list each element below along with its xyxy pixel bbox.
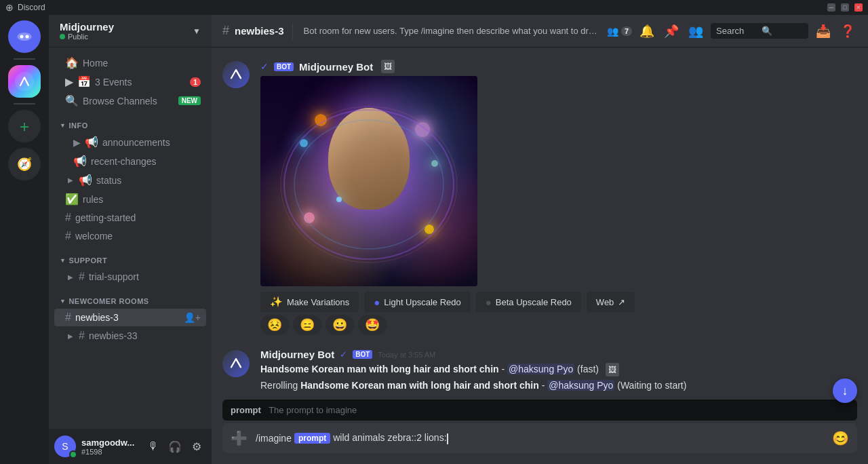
section-arrow: ▼ — [60, 122, 66, 129]
message-text-2b: Rerolling Handsome Korean man with long … — [260, 379, 857, 393]
emoji-reaction-2[interactable]: 😑 — [293, 315, 321, 335]
channel-list: 🏠 Home ▶ 📅 3 Events 1 🔍 Browse Channels … — [49, 47, 212, 429]
search-text: Search — [716, 26, 757, 36]
channel-trial-support[interactable]: ▶ # trial-support — [54, 268, 206, 286]
online-indicator — [69, 450, 77, 459]
newbies-33-icon: # — [79, 330, 85, 342]
channel-status[interactable]: ▶ 📢 status — [54, 171, 206, 189]
discord-home-button[interactable] — [8, 20, 41, 53]
events-calendar-icon: 📅 — [77, 75, 91, 88]
server-header-chevron: ▼ — [193, 26, 201, 36]
suffix-2: (fast) — [577, 364, 599, 374]
server-header[interactable]: Midjourney Public ▼ — [49, 15, 212, 47]
channel-newbies-33[interactable]: ▶ # newbies-33 — [54, 327, 206, 345]
search-box[interactable]: Search 🔍 — [711, 23, 808, 39]
newcomer-arrow: ▼ — [60, 298, 66, 305]
newbies-3-icon: # — [65, 311, 71, 324]
server-separator-2 — [14, 103, 35, 104]
deafen-button[interactable]: 🎧 — [165, 437, 184, 456]
message-image-1[interactable] — [260, 76, 477, 286]
emoji-reaction-4[interactable]: 🤩 — [358, 315, 387, 335]
scroll-bottom-btn[interactable]: ↓ — [833, 379, 857, 403]
rerolling-prefix: Rerolling — [260, 380, 300, 391]
light-upscale-redo-button[interactable]: ● Light Upscale Redo — [364, 292, 471, 312]
beta-upscale-redo-button[interactable]: ● Beta Upscale Redo — [476, 292, 581, 312]
server-icon-midjourney[interactable] — [8, 65, 41, 98]
slash-command: /imagine — [256, 433, 292, 444]
variations-icon: ✨ — [270, 296, 283, 308]
make-variations-button[interactable]: ✨ Make Variations — [260, 292, 359, 312]
announcements-icon: ▶ — [73, 137, 81, 148]
explore-button[interactable]: 🧭 — [8, 148, 41, 180]
announcement-channel-icon: 📢 — [85, 136, 98, 149]
section-info[interactable]: ▼ INFO — [49, 111, 212, 132]
attach-button[interactable]: ➕ — [228, 427, 250, 449]
attachment-icon-1[interactable]: 🖼 — [381, 60, 395, 73]
bell-button[interactable]: 🔔 — [637, 22, 656, 41]
close-button[interactable]: ✕ — [854, 3, 863, 12]
bot-avatar-1 — [222, 61, 250, 88]
rerolling-mention: @haksung Pyo — [547, 380, 614, 391]
nav-events[interactable]: ▶ 📅 3 Events 1 — [54, 73, 206, 91]
bot-tag-2: BOT — [353, 350, 372, 359]
svg-line-8 — [236, 359, 241, 367]
channel-announcements[interactable]: ▶ 📢 announcements — [54, 133, 206, 151]
channel-getting-started[interactable]: # getting-started — [54, 209, 206, 227]
svg-point-5 — [284, 110, 454, 259]
titlebar-left: ⊕ Discord — [5, 2, 45, 13]
attachment-icon-2[interactable]: 🖼 — [606, 363, 619, 376]
author-2: Midjourney Bot — [260, 349, 334, 360]
channel-hash-icon: # — [222, 24, 229, 38]
scroll-down-icon[interactable]: ↓ — [833, 379, 857, 403]
emoji-picker-button[interactable]: 😊 — [829, 427, 852, 449]
command-value: wild animals zebra::2 lions: — [333, 432, 824, 444]
author-1: Midjourney Bot — [299, 61, 373, 73]
channel-rules[interactable]: ✅ rules — [54, 190, 206, 208]
nav-home[interactable]: 🏠 Home — [54, 54, 206, 72]
timestamp-2: Today at 3:55 AM — [378, 351, 435, 359]
members-button[interactable]: 👥 — [686, 22, 705, 41]
add-server-button[interactable]: ＋ — [8, 110, 41, 142]
nav-browse-channels[interactable]: 🔍 Browse Channels NEW — [54, 92, 206, 110]
pin-button[interactable]: 📌 — [662, 22, 681, 41]
channel-welcome[interactable]: # welcome — [54, 227, 206, 245]
verified-icon-1: ✓ — [260, 61, 269, 72]
chat-input-content[interactable]: /imagine prompt wild animals zebra::2 li… — [250, 429, 829, 446]
svg-point-7 — [281, 107, 457, 263]
svg-point-1 — [26, 35, 29, 39]
home-icon: 🏠 — [65, 56, 79, 69]
svg-point-2 — [15, 72, 34, 91]
user-avatar: S — [54, 436, 76, 457]
server-status: Public — [60, 33, 114, 41]
maximize-button[interactable]: □ — [841, 3, 849, 12]
section-support[interactable]: ▼ SUPPORT — [49, 246, 212, 267]
new-badge: NEW — [178, 96, 201, 105]
separator-2: - — [501, 364, 507, 374]
emoji-reaction-3[interactable]: 😀 — [326, 315, 354, 335]
titlebar: ⊕ Discord ─ □ ✕ — [0, 0, 868, 15]
web-button[interactable]: Web ↗ — [587, 292, 635, 312]
events-badge: 1 — [190, 77, 201, 87]
inbox-button[interactable]: 📥 — [814, 22, 833, 41]
settings-button[interactable]: ⚙ — [187, 437, 206, 456]
emoji-reaction-1[interactable]: 😣 — [260, 315, 289, 335]
section-newcomer[interactable]: ▼ NEWCOMER ROOMS — [49, 286, 212, 308]
user-tag: #1598 — [81, 448, 138, 456]
message-text-2a: Handsome Korean man with long hair and s… — [260, 363, 857, 376]
help-button[interactable]: ❓ — [838, 22, 857, 41]
rerolling-sep: - — [542, 380, 548, 391]
member-count-badge: 7 — [621, 26, 632, 36]
external-link-icon: ↗ — [618, 297, 625, 307]
message-content-2: Midjourney Bot ✓ BOT Today at 3:55 AM Ha… — [260, 349, 857, 393]
user-info: samgoodw... #1598 — [81, 438, 138, 456]
bold-text-2: Handsome Korean man with long hair and s… — [260, 364, 499, 374]
minimize-button[interactable]: ─ — [827, 3, 835, 12]
svg-point-6 — [294, 120, 443, 249]
channel-newbies-3[interactable]: # newbies-3 👤+ — [54, 309, 206, 326]
header-actions: 👥 7 🔔 📌 👥 Search 🔍 📥 ❓ — [607, 22, 857, 41]
mute-button[interactable]: 🎙 — [144, 437, 163, 456]
command-field-label: prompt — [294, 433, 330, 444]
text-cursor — [447, 433, 448, 444]
channel-recent-changes[interactable]: 📢 recent-changes — [54, 152, 206, 170]
app-icon: ⊕ — [5, 2, 14, 13]
